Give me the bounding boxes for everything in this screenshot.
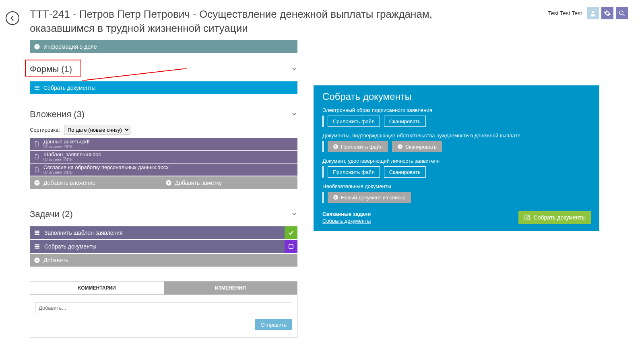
- svg-rect-10: [35, 234, 39, 235]
- tab-comments[interactable]: КОММЕНТАРИИ: [30, 282, 164, 294]
- svg-rect-14: [289, 244, 293, 249]
- sort-label: Сортировка:: [30, 127, 60, 133]
- task-status-done[interactable]: [285, 226, 297, 239]
- attach-file-button[interactable]: Приложить файл: [328, 141, 388, 152]
- attachment-date: 07 апреля 2015: [43, 157, 101, 162]
- svg-point-0: [592, 11, 594, 13]
- collect-documents-submit[interactable]: Собрать документы: [518, 211, 591, 224]
- panel-title: Собрать документы: [322, 91, 590, 102]
- settings-icon[interactable]: [601, 7, 613, 19]
- svg-rect-9: [35, 232, 39, 234]
- add-task-button[interactable]: Добавить: [34, 257, 293, 263]
- info-bar[interactable]: Информация о деле: [30, 40, 297, 53]
- tasks-heading: Задачи (2): [30, 205, 297, 223]
- svg-rect-8: [35, 231, 39, 232]
- back-button[interactable]: [6, 11, 19, 25]
- svg-rect-11: [35, 244, 39, 246]
- svg-rect-3: [37, 46, 37, 48]
- attachment-date: 07 апреля 2015: [43, 145, 90, 149]
- comment-input[interactable]: [35, 302, 292, 313]
- attach-file-button[interactable]: Приложить файл: [328, 166, 380, 178]
- related-task-link[interactable]: Собрать документы: [322, 218, 371, 224]
- collect-documents-panel: Собрать документы Электронный образ подп…: [314, 85, 599, 231]
- task-item[interactable]: Заполнить шаблон заявления: [30, 226, 285, 239]
- page-title: ТТТ-241 - Петров Петр Петрович - Осущест…: [30, 7, 456, 35]
- arrow-annotation: [82, 68, 187, 81]
- user-name: Test Test Test: [548, 10, 582, 17]
- svg-rect-13: [35, 248, 39, 249]
- svg-point-1: [619, 11, 623, 14]
- attach-file-button[interactable]: Приложить файл: [328, 116, 380, 127]
- scan-button[interactable]: Сканировать: [392, 141, 442, 152]
- task-status-pending[interactable]: [285, 240, 297, 253]
- task-name: Заполнить шаблон заявления: [44, 230, 123, 236]
- chevron-down-icon[interactable]: [291, 64, 297, 75]
- svg-rect-12: [35, 246, 39, 247]
- collect-documents-bar[interactable]: Собрать документы: [30, 81, 297, 94]
- attachment-item[interactable]: Согласие на обработку персональных данны…: [30, 164, 297, 176]
- attachment-item[interactable]: Данные анкеты.pdf 07 апреля 2015: [30, 138, 297, 150]
- attachment-name: Шаблон_заявления.doc: [43, 151, 101, 157]
- user-icon[interactable]: [587, 7, 599, 19]
- attachment-item[interactable]: Шаблон_заявления.doc 07 апреля 2015: [30, 151, 297, 163]
- scan-button[interactable]: Сканировать: [384, 116, 426, 127]
- doc-group-label: Электронный образ подписанного заявления: [322, 107, 590, 113]
- add-note-button[interactable]: Добавить заметку: [165, 180, 294, 186]
- attachment-name: Данные анкеты.pdf: [43, 139, 90, 145]
- forms-heading: Формы (1): [30, 60, 297, 78]
- attachment-date: 07 апреля 2015: [43, 170, 169, 175]
- optional-docs-label: Необязательные документы: [322, 183, 590, 189]
- doc-group-label: Документ, удостоверяющий личность заявит…: [322, 158, 590, 164]
- attachment-name: Согласие на обработку персональных данны…: [43, 164, 169, 170]
- attachments-heading: Вложения (3): [30, 106, 297, 123]
- scan-button[interactable]: Сканировать: [384, 166, 426, 178]
- search-icon[interactable]: [616, 7, 628, 19]
- info-bar-label: Информация о деле: [43, 43, 97, 50]
- sort-select[interactable]: По дате (новые снизу): [64, 125, 130, 135]
- chevron-down-icon[interactable]: [291, 109, 297, 120]
- new-document-button[interactable]: Новый документ из списка: [328, 192, 411, 203]
- task-item[interactable]: Собрать документы: [30, 240, 285, 253]
- task-name: Собрать документы: [44, 243, 96, 250]
- svg-point-4: [37, 45, 37, 46]
- add-attachment-button[interactable]: Добавить вложение: [34, 180, 162, 186]
- send-button[interactable]: Отправить: [255, 319, 292, 330]
- collect-bar-label: Собрать документы: [43, 85, 95, 91]
- doc-group-label: Документы, подтверждающие обстоятельства…: [322, 132, 590, 139]
- chevron-down-icon[interactable]: [291, 209, 297, 219]
- svg-line-5: [82, 68, 187, 81]
- tab-changes[interactable]: ИЗМЕНЕНИЯ: [164, 282, 297, 294]
